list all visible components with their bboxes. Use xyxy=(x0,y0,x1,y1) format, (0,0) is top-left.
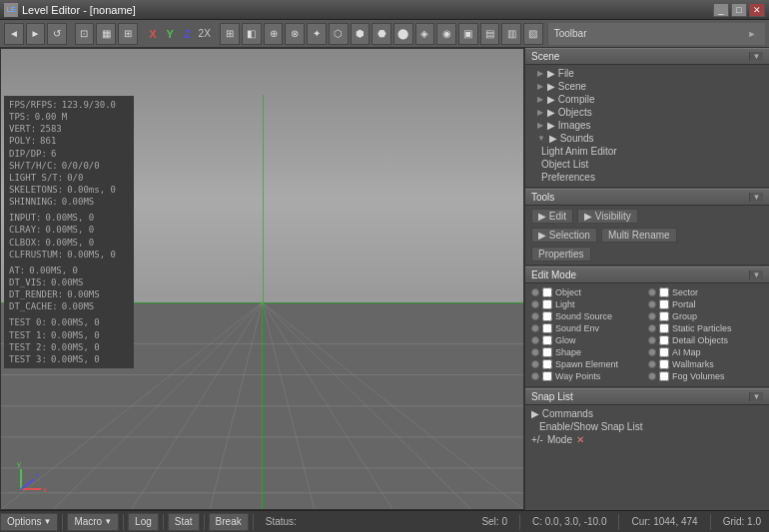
toolbar-btn-15[interactable]: ▣ xyxy=(458,23,478,45)
edit-mode-soundEnv[interactable]: Sound Env xyxy=(531,323,646,333)
edit-mode-grid: Object Sector Light Portal Sound Source … xyxy=(525,283,769,385)
tree-item-light-anim-editor[interactable]: Light Anim Editor xyxy=(525,145,769,158)
edit-mode-label: Edit Mode xyxy=(531,269,576,280)
scene-panel-header[interactable]: Scene ▼ xyxy=(525,48,769,65)
edit-btn[interactable]: ▶ Edit xyxy=(531,209,573,224)
toolbar-btn-1[interactable]: ⊡ xyxy=(75,23,95,45)
close-button[interactable]: ✕ xyxy=(749,3,765,17)
toolbar-btn-4[interactable]: ⊞ xyxy=(220,23,240,45)
panel-collapse-btn[interactable]: ► xyxy=(745,29,759,39)
toolbar-back-btn[interactable]: ◄ xyxy=(4,23,24,45)
edit-mode-wayPoints[interactable]: Way Points xyxy=(531,371,646,381)
panel-scroll-btn[interactable]: ▼ xyxy=(749,52,763,61)
light-checkbox[interactable] xyxy=(542,299,552,309)
axis-y-label: Y xyxy=(163,28,178,40)
divider-2 xyxy=(525,265,769,266)
visibility-btn[interactable]: ▶ Visibility xyxy=(577,209,638,224)
toolbar-undo-btn[interactable]: ↺ xyxy=(47,23,67,45)
multi-rename-btn[interactable]: Multi Rename xyxy=(601,228,677,243)
edit-mode-aiMap[interactable]: AI Map xyxy=(648,347,763,357)
spawnElement-label: Spawn Element xyxy=(555,359,618,369)
toolbar-btn-16[interactable]: ▤ xyxy=(480,23,500,45)
options-btn[interactable]: Options ▼ xyxy=(0,513,58,531)
toolbar-btn-18[interactable]: ▧ xyxy=(523,23,543,45)
edit-mode-portal[interactable]: Portal xyxy=(648,299,763,309)
scene-tree: ▶ ▶ File ▶ ▶ Scene ▶ ▶ Compile ▶ ▶ Objec… xyxy=(525,65,769,186)
edit-mode-shape[interactable]: Shape xyxy=(531,347,646,357)
wallmarks-checkbox[interactable] xyxy=(659,359,669,369)
group-checkbox[interactable] xyxy=(659,311,669,321)
tree-item-scene[interactable]: ▶ ▶ Scene xyxy=(525,80,769,93)
tree-item-sounds[interactable]: ▼ ▶ Sounds xyxy=(525,132,769,145)
glow-label: Glow xyxy=(555,335,576,345)
edit-mode-scroll-btn[interactable]: ▼ xyxy=(749,270,763,279)
edit-mode-soundSource[interactable]: Sound Source xyxy=(531,311,646,321)
toolbar-btn-8[interactable]: ✦ xyxy=(307,23,327,45)
toolbar-btn-5[interactable]: ◧ xyxy=(242,23,262,45)
status-bar: Options ▼ Macro ▼ Log Stat Break Status:… xyxy=(0,510,769,532)
toolbar-btn-6[interactable]: ⊕ xyxy=(264,23,284,45)
tree-item-preferences[interactable]: Preferences xyxy=(525,171,769,184)
detailObjects-checkbox[interactable] xyxy=(659,335,669,345)
toolbar-fwd-btn[interactable]: ► xyxy=(26,23,46,45)
edit-mode-detailObjects[interactable]: Detail Objects xyxy=(648,335,763,345)
toolbar-btn-7[interactable]: ⊗ xyxy=(285,23,305,45)
staticParticles-checkbox[interactable] xyxy=(659,323,669,333)
spawnElement-checkbox[interactable] xyxy=(542,359,552,369)
edit-mode-sector[interactable]: Sector xyxy=(648,287,763,297)
edit-mode-fogVolumes[interactable]: Fog Volumes xyxy=(648,371,763,381)
wayPoints-checkbox[interactable] xyxy=(542,371,552,381)
edit-mode-light[interactable]: Light xyxy=(531,299,646,309)
tools-panel-header[interactable]: Tools ▼ xyxy=(525,189,769,206)
toolbar-btn-9[interactable]: ⬡ xyxy=(329,23,349,45)
tools-scroll-btn[interactable]: ▼ xyxy=(749,193,763,202)
stat-btn[interactable]: Stat xyxy=(168,513,200,531)
aiMap-dot xyxy=(648,348,656,356)
shape-checkbox[interactable] xyxy=(542,347,552,357)
edit-mode-spawnElement[interactable]: Spawn Element xyxy=(531,359,646,369)
toolbar-btn-11[interactable]: ⬣ xyxy=(372,23,391,45)
fogVolumes-checkbox[interactable] xyxy=(659,371,669,381)
macro-btn[interactable]: Macro ▼ xyxy=(67,513,119,531)
edit-mode-wallmarks[interactable]: Wallmarks xyxy=(648,359,763,369)
toolbar-btn-3[interactable]: ⊞ xyxy=(118,23,138,45)
toolbar-btn-10[interactable]: ⬢ xyxy=(351,23,371,45)
edit-mode-glow[interactable]: Glow xyxy=(531,335,646,345)
group-dot xyxy=(648,312,656,320)
snap-commands[interactable]: ▶ Commands xyxy=(531,407,763,420)
snap-mode-value[interactable]: ✕ xyxy=(576,434,584,445)
tree-item-object-list[interactable]: Object List xyxy=(525,158,769,171)
toolbar-btn-12[interactable]: ⬤ xyxy=(393,23,413,45)
soundEnv-checkbox[interactable] xyxy=(542,323,552,333)
edit-mode-object[interactable]: Object xyxy=(531,287,646,297)
toolbar-btn-17[interactable]: ▥ xyxy=(501,23,521,45)
tree-item-images[interactable]: ▶ ▶ Images xyxy=(525,119,769,132)
log-btn[interactable]: Log xyxy=(128,513,159,531)
selection-btn[interactable]: ▶ Selection xyxy=(531,228,597,243)
break-btn[interactable]: Break xyxy=(209,513,249,531)
tree-item-objects[interactable]: ▶ ▶ Objects xyxy=(525,106,769,119)
snap-list-panel-header[interactable]: Snap List ▼ xyxy=(525,388,769,405)
toolbar-btn-14[interactable]: ◉ xyxy=(436,23,456,45)
svg-text:y: y xyxy=(17,459,21,468)
snap-list-scroll-btn[interactable]: ▼ xyxy=(749,392,763,401)
edit-mode-panel-header[interactable]: Edit Mode ▼ xyxy=(525,266,769,283)
sector-checkbox[interactable] xyxy=(659,287,669,297)
edit-mode-staticParticles[interactable]: Static Particles xyxy=(648,323,763,333)
properties-btn[interactable]: Properties xyxy=(531,247,591,262)
portal-checkbox[interactable] xyxy=(659,299,669,309)
tools-row-1: ▶ Edit ▶ Visibility xyxy=(525,206,769,226)
snap-enable[interactable]: Enable/Show Snap List xyxy=(531,420,763,433)
toolbar-btn-13[interactable]: ◈ xyxy=(415,23,435,45)
aiMap-checkbox[interactable] xyxy=(659,347,669,357)
tree-item-compile[interactable]: ▶ ▶ Compile xyxy=(525,93,769,106)
object-checkbox[interactable] xyxy=(542,287,552,297)
glow-checkbox[interactable] xyxy=(542,335,552,345)
minimize-button[interactable]: _ xyxy=(713,3,729,17)
soundSource-label: Sound Source xyxy=(555,311,612,321)
toolbar-btn-2[interactable]: ▦ xyxy=(96,23,116,45)
edit-mode-group[interactable]: Group xyxy=(648,311,763,321)
soundSource-checkbox[interactable] xyxy=(542,311,552,321)
maximize-button[interactable]: □ xyxy=(731,3,747,17)
tree-item-file[interactable]: ▶ ▶ File xyxy=(525,67,769,80)
